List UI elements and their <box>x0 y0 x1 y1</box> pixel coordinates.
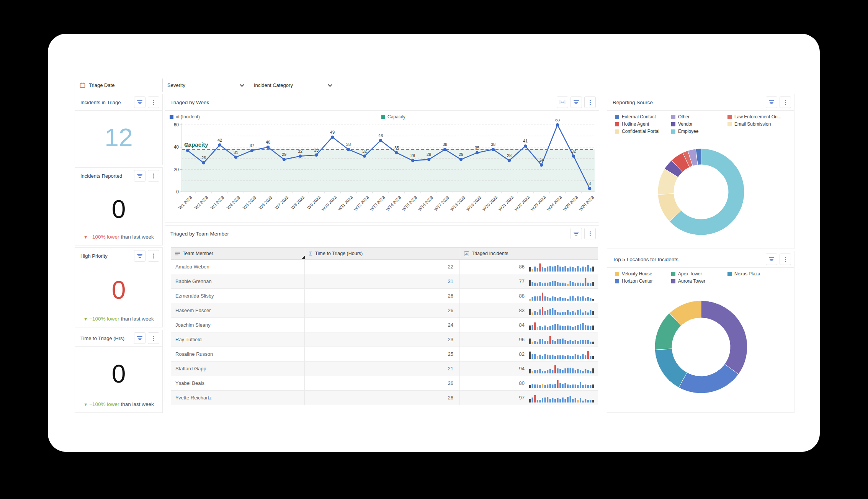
legend-swatch <box>381 115 385 119</box>
data-point-W18 2023[interactable] <box>459 158 463 161</box>
menu-button[interactable] <box>148 97 159 108</box>
table-row[interactable]: Rosaline Russon2582 <box>171 347 598 362</box>
filter-icon <box>769 257 774 258</box>
donut-slice-horizon-center[interactable] <box>679 364 739 393</box>
legend-item-horizon-center[interactable]: Horizon Center <box>615 278 671 284</box>
data-point-W16 2023[interactable] <box>427 158 430 161</box>
expand-icon <box>559 100 566 105</box>
data-point-W21 2023[interactable] <box>508 159 511 162</box>
data-point-W1 2023[interactable] <box>186 149 189 152</box>
data-point-W11 2023[interactable] <box>347 148 350 151</box>
reporting-source-donut[interactable] <box>607 148 795 237</box>
menu-button[interactable] <box>780 97 791 108</box>
cell-team-member: Staffard Gapp <box>171 362 305 376</box>
table-row[interactable]: Babbie Grennan3177 <box>171 274 598 289</box>
legend-item-apex-tower[interactable]: Apex Tower <box>671 271 727 276</box>
filter-button[interactable] <box>570 97 582 108</box>
triaged-incidents-value: 88 <box>505 293 525 299</box>
data-point-W13 2023[interactable] <box>379 139 382 142</box>
data-point-W5 2023[interactable] <box>250 149 253 152</box>
menu-button[interactable] <box>780 254 791 265</box>
cell-time-to-triage: 31 <box>305 274 460 288</box>
data-point-W4 2023[interactable] <box>234 155 237 159</box>
data-point-W9 2023[interactable] <box>315 154 318 157</box>
filter-incident-category[interactable]: Incident Category <box>249 79 337 92</box>
menu-button[interactable] <box>148 170 159 182</box>
filter-icon <box>574 100 579 101</box>
legend-item-other[interactable]: Other <box>671 114 727 119</box>
filter-button[interactable] <box>134 97 145 108</box>
legend-item-velocity-house[interactable]: Velocity House <box>615 271 671 276</box>
data-point-W10 2023[interactable] <box>331 136 334 139</box>
filter-button[interactable] <box>570 228 582 239</box>
cell-triaged-incidents: 77 <box>460 274 598 288</box>
legend-item-vendor[interactable]: Vendor <box>671 121 727 127</box>
menu-button[interactable] <box>148 250 159 262</box>
data-point-W3 2023[interactable] <box>218 143 221 146</box>
legend-item-confidential-portal[interactable]: Confidential Portal <box>615 129 671 134</box>
menu-button[interactable] <box>584 228 596 239</box>
table-row[interactable]: Amalea Weben2286 <box>171 260 598 274</box>
table-row[interactable]: Yvette Reichartz2697 <box>171 391 598 405</box>
legend-item-hotline-agent[interactable]: Hotline Agent <box>615 121 671 127</box>
data-point-W22 2023[interactable] <box>524 144 527 147</box>
data-point-W7 2023[interactable] <box>283 158 286 161</box>
filter-severity[interactable]: Severity <box>163 79 249 92</box>
table-row[interactable]: Ray Tuffield2396 <box>171 332 598 347</box>
legend-item-email-submission[interactable]: Email Submission <box>727 121 790 127</box>
kebab-icon <box>153 254 154 255</box>
data-point-W20 2023[interactable] <box>492 148 495 151</box>
donut-slice-aurora-tower[interactable] <box>701 301 747 374</box>
kpi-delta-rest: than last week <box>121 316 154 322</box>
data-point-W17 2023[interactable] <box>443 148 446 151</box>
data-point-W19 2023[interactable] <box>476 151 479 154</box>
reporting-source-card: Reporting Source External ContactOtherLa… <box>607 94 794 249</box>
legend-item-aurora-tower[interactable]: Aurora Tower <box>671 278 727 284</box>
data-point-W25 2023[interactable] <box>572 154 575 157</box>
chevron-down-icon <box>240 84 244 87</box>
legend-item-employee[interactable]: Employee <box>671 129 727 134</box>
reporting-source-legend: External ContactOtherLaw Enforcement Ori… <box>615 114 790 134</box>
x-tick-label: W19 2023 <box>465 195 482 212</box>
filter-triage-date[interactable]: Triage Date <box>75 79 163 92</box>
data-point-W6 2023[interactable] <box>266 146 270 149</box>
filter-button[interactable] <box>766 97 777 108</box>
column-header-triaged-incidents[interactable]: Triaged Incidents <box>460 248 598 259</box>
data-point-W26 2023[interactable] <box>588 187 591 190</box>
x-tick-label: W1 2023 <box>178 195 193 210</box>
fit-width-button[interactable] <box>557 97 568 108</box>
table-row[interactable]: Hakeem Edscer2683 <box>171 303 598 318</box>
legend-item-law-enforcement-ori-[interactable]: Law Enforcement Ori... <box>727 114 790 119</box>
menu-button[interactable] <box>584 97 596 108</box>
menu-button[interactable] <box>148 332 159 344</box>
data-point-W8 2023[interactable] <box>299 154 302 157</box>
filter-button[interactable] <box>134 170 145 182</box>
data-point-W14 2023[interactable] <box>395 151 398 154</box>
chevron-down-icon <box>328 84 332 87</box>
kebab-icon <box>153 102 154 103</box>
table-row[interactable]: Joachim Sleany2484 <box>171 318 598 332</box>
table-row[interactable]: Staffard Gapp2194 <box>171 362 598 376</box>
filter-button[interactable] <box>134 250 145 262</box>
top-locations-donut[interactable] <box>607 299 795 394</box>
legend-item-external-contact[interactable]: External Contact <box>615 114 671 119</box>
data-point-W15 2023[interactable] <box>411 159 414 162</box>
data-point-W12 2023[interactable] <box>363 154 366 157</box>
data-point-W23 2023[interactable] <box>540 164 543 167</box>
legend-swatch <box>671 115 675 119</box>
legend-item-nexus-plaza[interactable]: Nexus Plaza <box>727 271 790 276</box>
filter-button[interactable] <box>766 254 777 265</box>
data-point-W2 2023[interactable] <box>202 161 205 164</box>
cell-time-to-triage: 23 <box>305 332 460 347</box>
filter-button[interactable] <box>134 332 145 344</box>
triaged-by-week-card: Triaged by Week <box>165 94 599 223</box>
incidents-sparkline <box>529 320 595 330</box>
column-header-team-member[interactable]: Team Member <box>171 248 305 259</box>
table-row[interactable]: Ezmeralda Slisby2688 <box>171 289 598 303</box>
data-point-W24 2023[interactable] <box>556 123 559 126</box>
triangle-down-icon: ▼ <box>83 317 88 321</box>
week-line-chart[interactable]: 0204060Capacity37W1 202326W2 202342W3 20… <box>167 119 597 222</box>
table-row[interactable]: Ysabel Beals2680 <box>171 376 598 391</box>
legend-swatch <box>671 129 675 134</box>
column-header-time-to-triage[interactable]: Σ Time to Triage (Hours) <box>305 248 460 259</box>
